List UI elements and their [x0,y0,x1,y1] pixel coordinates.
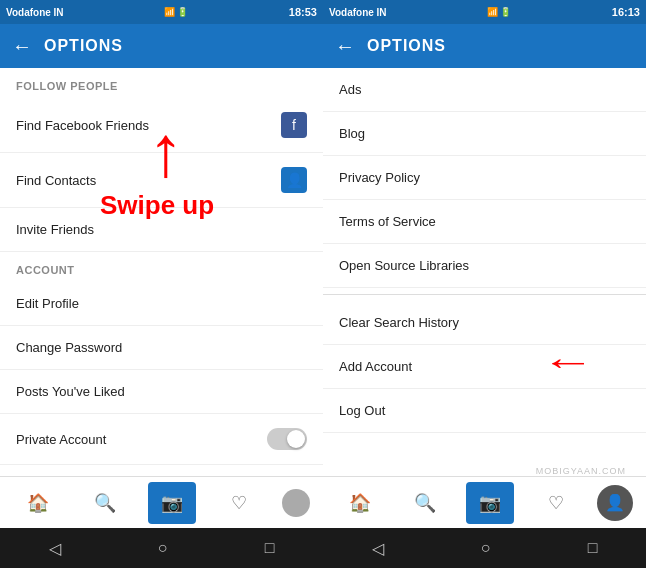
clear-search-item[interactable]: Clear Search History [323,301,646,345]
follow-people-header: FOLLOW PEOPLE [0,68,323,98]
posts-liked-item[interactable]: Posts You've Liked [0,370,323,414]
right-top-bar: ← OPTIONS [323,24,646,68]
left-panel: Vodafone IN 📶 🔋 18:53 ← OPTIONS FOLLOW P… [0,0,323,568]
ads-item[interactable]: Ads [323,68,646,112]
add-account-arrow-icon: ← [541,341,595,383]
terms-of-service-item[interactable]: Terms of Service [323,200,646,244]
android-home[interactable]: ○ [158,539,168,557]
private-account-toggle[interactable] [267,428,307,450]
edit-profile-label: Edit Profile [16,296,79,311]
right-android-home[interactable]: ○ [481,539,491,557]
right-nav-home[interactable]: 🏠 [336,482,384,524]
right-android-nav: ◁ ○ □ [323,528,646,568]
account-header: ACCOUNT [0,252,323,282]
right-nav-search[interactable]: 🔍 [401,482,449,524]
left-status-icons: 📶 🔋 [164,7,188,17]
right-carrier: Vodafone IN [329,7,387,18]
left-time: 18:53 [289,6,317,18]
right-page-title: OPTIONS [367,37,446,55]
nav-search[interactable]: 🔍 [81,482,129,524]
right-bottom-nav: 🏠 🔍 📷 ♡ 👤 [323,476,646,528]
open-source-label: Open Source Libraries [339,258,469,273]
log-out-item[interactable]: Log Out [323,389,646,433]
invite-friends-label: Invite Friends [16,222,94,237]
right-content: Ads Blog Privacy Policy Terms of Service… [323,68,646,476]
right-nav-heart[interactable]: ♡ [532,482,580,524]
find-facebook-label: Find Facebook Friends [16,118,149,133]
android-recents[interactable]: □ [265,539,275,557]
section-divider [323,294,646,295]
change-password-label: Change Password [16,340,122,355]
swipe-label: Swipe up [100,190,214,221]
right-android-recents[interactable]: □ [588,539,598,557]
blog-item[interactable]: Blog [323,112,646,156]
facebook-icon: f [281,112,307,138]
privacy-policy-item[interactable]: Privacy Policy [323,156,646,200]
terms-of-service-label: Terms of Service [339,214,436,229]
posts-liked-label: Posts You've Liked [16,384,125,399]
right-back-button[interactable]: ← [335,36,355,56]
right-nav-profile[interactable]: 👤 [597,485,633,521]
private-account-label: Private Account [16,432,106,447]
android-back[interactable]: ◁ [49,539,61,558]
left-carrier: Vodafone IN [6,7,64,18]
clear-search-label: Clear Search History [339,315,459,330]
right-android-back[interactable]: ◁ [372,539,384,558]
private-account-item[interactable]: Private Account [0,414,323,465]
add-account-item[interactable]: Add Account ← [323,345,646,389]
right-status-icons: 📶 🔋 [487,7,511,17]
open-source-item[interactable]: Open Source Libraries [323,244,646,288]
left-android-nav: ◁ ○ □ [0,528,323,568]
watermark: MOBIGYAAN.COM [536,466,626,476]
contact-icon: 👤 [281,167,307,193]
nav-heart[interactable]: ♡ [215,482,263,524]
find-contacts-label: Find Contacts [16,173,96,188]
left-top-bar: ← OPTIONS [0,24,323,68]
right-time: 16:13 [612,6,640,18]
right-status-bar: Vodafone IN 📶 🔋 16:13 [323,0,646,24]
toggle-knob [287,430,305,448]
nav-camera[interactable]: 📷 [148,482,196,524]
edit-profile-item[interactable]: Edit Profile [0,282,323,326]
left-page-title: OPTIONS [44,37,123,55]
left-back-button[interactable]: ← [12,36,32,56]
add-account-label: Add Account [339,359,412,374]
nav-home[interactable]: 🏠 [14,482,62,524]
privacy-policy-label: Privacy Policy [339,170,420,185]
right-nav-camera[interactable]: 📷 [466,482,514,524]
change-password-item[interactable]: Change Password [0,326,323,370]
left-status-bar: Vodafone IN 📶 🔋 18:53 [0,0,323,24]
blog-label: Blog [339,126,365,141]
left-bottom-nav: 🏠 🔍 📷 ♡ [0,476,323,528]
log-out-label: Log Out [339,403,385,418]
nav-avatar[interactable] [282,489,310,517]
right-panel: Vodafone IN 📶 🔋 16:13 ← OPTIONS Ads Blog… [323,0,646,568]
ads-label: Ads [339,82,361,97]
